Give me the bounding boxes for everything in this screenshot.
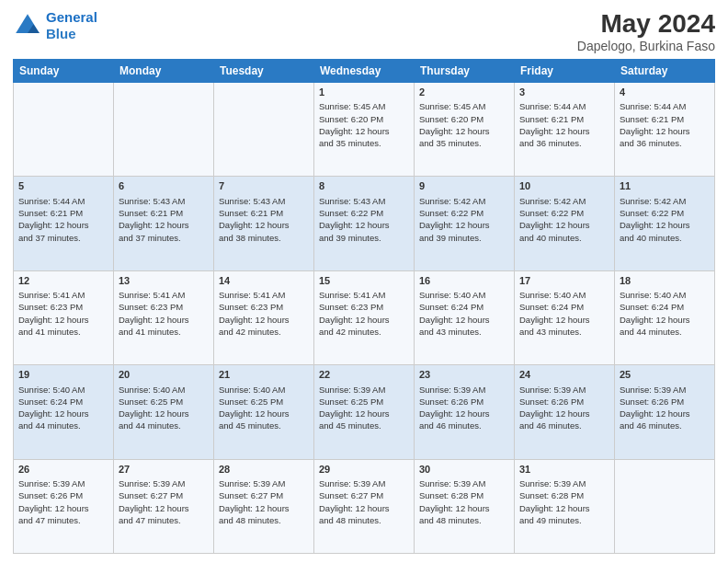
day-number: 22 [319, 368, 409, 382]
day-cell: 11Sunrise: 5:42 AM Sunset: 6:22 PM Dayli… [615, 177, 715, 270]
day-cell: 29Sunrise: 5:39 AM Sunset: 6:27 PM Dayli… [314, 459, 415, 553]
day-cell: 8Sunrise: 5:43 AM Sunset: 6:22 PM Daylig… [314, 177, 415, 270]
day-info: Sunrise: 5:40 AM Sunset: 6:24 PM Dayligh… [519, 289, 609, 338]
day-info: Sunrise: 5:41 AM Sunset: 6:23 PM Dayligh… [319, 289, 409, 338]
day-number: 3 [519, 86, 609, 99]
day-info: Sunrise: 5:39 AM Sunset: 6:26 PM Dayligh… [620, 384, 710, 432]
day-number: 24 [519, 368, 609, 382]
day-cell: 14Sunrise: 5:41 AM Sunset: 6:23 PM Dayli… [214, 270, 314, 364]
day-number: 25 [620, 368, 710, 382]
day-cell: 27Sunrise: 5:39 AM Sunset: 6:27 PM Dayli… [114, 459, 214, 553]
day-number: 27 [119, 463, 209, 477]
day-info: Sunrise: 5:44 AM Sunset: 6:21 PM Dayligh… [18, 195, 108, 244]
day-cell: 7Sunrise: 5:43 AM Sunset: 6:21 PM Daylig… [214, 177, 314, 270]
week-row-5: 26Sunrise: 5:39 AM Sunset: 6:26 PM Dayli… [14, 459, 715, 553]
day-cell: 31Sunrise: 5:39 AM Sunset: 6:28 PM Dayli… [515, 459, 615, 553]
week-row-1: 1Sunrise: 5:45 AM Sunset: 6:20 PM Daylig… [14, 83, 715, 177]
day-number: 21 [219, 368, 309, 382]
title-block: May 2024 Dapelogo, Burkina Faso [577, 9, 715, 53]
day-cell: 9Sunrise: 5:42 AM Sunset: 6:22 PM Daylig… [415, 177, 515, 270]
day-cell: 23Sunrise: 5:39 AM Sunset: 6:26 PM Dayli… [415, 365, 515, 459]
day-number: 16 [419, 274, 509, 288]
header-cell-friday: Friday [515, 60, 615, 83]
subtitle: Dapelogo, Burkina Faso [577, 39, 715, 53]
day-number: 13 [119, 274, 209, 288]
page: General Blue May 2024 Dapelogo, Burkina … [0, 0, 728, 563]
day-number: 11 [620, 179, 710, 193]
day-cell [14, 83, 114, 177]
day-info: Sunrise: 5:42 AM Sunset: 6:22 PM Dayligh… [419, 195, 509, 244]
day-info: Sunrise: 5:39 AM Sunset: 6:26 PM Dayligh… [419, 384, 509, 432]
day-info: Sunrise: 5:39 AM Sunset: 6:26 PM Dayligh… [18, 477, 108, 526]
day-info: Sunrise: 5:44 AM Sunset: 6:21 PM Dayligh… [620, 100, 710, 149]
day-cell: 25Sunrise: 5:39 AM Sunset: 6:26 PM Dayli… [615, 365, 715, 459]
day-number: 28 [219, 463, 309, 477]
day-info: Sunrise: 5:41 AM Sunset: 6:23 PM Dayligh… [18, 289, 108, 338]
main-title: May 2024 [577, 9, 715, 39]
day-info: Sunrise: 5:39 AM Sunset: 6:27 PM Dayligh… [319, 477, 409, 526]
day-cell: 24Sunrise: 5:39 AM Sunset: 6:26 PM Dayli… [515, 365, 615, 459]
day-cell: 21Sunrise: 5:40 AM Sunset: 6:25 PM Dayli… [214, 365, 314, 459]
day-info: Sunrise: 5:43 AM Sunset: 6:21 PM Dayligh… [219, 195, 309, 244]
day-info: Sunrise: 5:39 AM Sunset: 6:25 PM Dayligh… [319, 384, 409, 432]
day-info: Sunrise: 5:45 AM Sunset: 6:20 PM Dayligh… [419, 100, 509, 149]
day-info: Sunrise: 5:39 AM Sunset: 6:27 PM Dayligh… [219, 477, 309, 526]
day-cell [214, 83, 314, 177]
header-cell-wednesday: Wednesday [314, 60, 415, 83]
day-cell: 13Sunrise: 5:41 AM Sunset: 6:23 PM Dayli… [114, 270, 214, 364]
day-number: 5 [18, 179, 108, 193]
day-info: Sunrise: 5:39 AM Sunset: 6:28 PM Dayligh… [519, 477, 609, 526]
week-row-3: 12Sunrise: 5:41 AM Sunset: 6:23 PM Dayli… [14, 270, 715, 364]
day-cell: 17Sunrise: 5:40 AM Sunset: 6:24 PM Dayli… [515, 270, 615, 364]
day-info: Sunrise: 5:42 AM Sunset: 6:22 PM Dayligh… [519, 195, 609, 244]
day-info: Sunrise: 5:43 AM Sunset: 6:22 PM Dayligh… [319, 195, 409, 244]
day-number: 18 [620, 274, 710, 288]
day-number: 1 [319, 86, 409, 99]
day-cell: 19Sunrise: 5:40 AM Sunset: 6:24 PM Dayli… [14, 365, 114, 459]
day-info: Sunrise: 5:39 AM Sunset: 6:26 PM Dayligh… [519, 384, 609, 432]
week-row-2: 5Sunrise: 5:44 AM Sunset: 6:21 PM Daylig… [14, 177, 715, 270]
day-number: 30 [419, 463, 509, 477]
header-cell-tuesday: Tuesday [214, 60, 314, 83]
day-cell: 5Sunrise: 5:44 AM Sunset: 6:21 PM Daylig… [14, 177, 114, 270]
day-number: 23 [419, 368, 509, 382]
day-info: Sunrise: 5:39 AM Sunset: 6:27 PM Dayligh… [119, 477, 209, 526]
header-row: SundayMondayTuesdayWednesdayThursdayFrid… [14, 60, 715, 83]
day-number: 9 [419, 179, 509, 193]
day-cell: 18Sunrise: 5:40 AM Sunset: 6:24 PM Dayli… [615, 270, 715, 364]
day-info: Sunrise: 5:44 AM Sunset: 6:21 PM Dayligh… [519, 100, 609, 149]
day-number: 12 [18, 274, 108, 288]
day-number: 19 [18, 368, 108, 382]
header-cell-monday: Monday [114, 60, 214, 83]
week-row-4: 19Sunrise: 5:40 AM Sunset: 6:24 PM Dayli… [14, 365, 715, 459]
day-cell: 12Sunrise: 5:41 AM Sunset: 6:23 PM Dayli… [14, 270, 114, 364]
day-cell: 2Sunrise: 5:45 AM Sunset: 6:20 PM Daylig… [415, 83, 515, 177]
day-cell [114, 83, 214, 177]
day-cell: 28Sunrise: 5:39 AM Sunset: 6:27 PM Dayli… [214, 459, 314, 553]
day-info: Sunrise: 5:40 AM Sunset: 6:24 PM Dayligh… [620, 289, 710, 338]
day-number: 7 [219, 179, 309, 193]
logo: General Blue [13, 9, 97, 42]
day-number: 29 [319, 463, 409, 477]
logo-line1: General [46, 9, 97, 25]
day-number: 14 [219, 274, 309, 288]
day-cell: 15Sunrise: 5:41 AM Sunset: 6:23 PM Dayli… [314, 270, 415, 364]
day-number: 8 [319, 179, 409, 193]
day-info: Sunrise: 5:40 AM Sunset: 6:24 PM Dayligh… [18, 384, 108, 432]
day-cell: 3Sunrise: 5:44 AM Sunset: 6:21 PM Daylig… [515, 83, 615, 177]
day-number: 10 [519, 179, 609, 193]
day-info: Sunrise: 5:45 AM Sunset: 6:20 PM Dayligh… [319, 100, 409, 149]
day-number: 26 [18, 463, 108, 477]
day-cell: 6Sunrise: 5:43 AM Sunset: 6:21 PM Daylig… [114, 177, 214, 270]
header: General Blue May 2024 Dapelogo, Burkina … [13, 9, 715, 53]
day-info: Sunrise: 5:40 AM Sunset: 6:24 PM Dayligh… [419, 289, 509, 338]
header-cell-sunday: Sunday [14, 60, 114, 83]
header-cell-saturday: Saturday [615, 60, 715, 83]
day-info: Sunrise: 5:39 AM Sunset: 6:28 PM Dayligh… [419, 477, 509, 526]
day-cell: 22Sunrise: 5:39 AM Sunset: 6:25 PM Dayli… [314, 365, 415, 459]
day-cell: 16Sunrise: 5:40 AM Sunset: 6:24 PM Dayli… [415, 270, 515, 364]
day-cell: 10Sunrise: 5:42 AM Sunset: 6:22 PM Dayli… [515, 177, 615, 270]
day-cell: 1Sunrise: 5:45 AM Sunset: 6:20 PM Daylig… [314, 83, 415, 177]
day-number: 2 [419, 86, 509, 99]
day-info: Sunrise: 5:43 AM Sunset: 6:21 PM Dayligh… [119, 195, 209, 244]
